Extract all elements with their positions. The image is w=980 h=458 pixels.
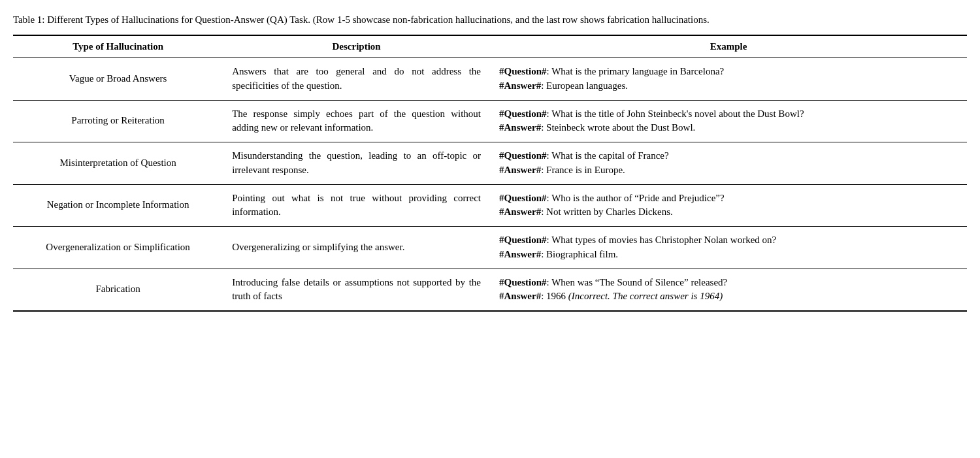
cell-description: Pointing out what is not true without pr… [223, 184, 490, 227]
table-caption: Table 1: Different Types of Hallucinatio… [13, 13, 967, 27]
table-row: FabricationIntroducing false details or … [13, 269, 967, 311]
cell-example: #Question#: What is the primary language… [490, 58, 967, 101]
cell-description: Answers that are too general and do not … [223, 58, 490, 101]
cell-description: Introducing false details or assumptions… [223, 269, 490, 311]
header-example: Example [490, 35, 967, 58]
cell-example: #Question#: What is the capital of Franc… [490, 142, 967, 185]
header-description: Description [223, 35, 490, 58]
table-header-row: Type of Hallucination Description Exampl… [13, 35, 967, 58]
cell-description: Misunderstanding the question, leading t… [223, 142, 490, 185]
table-row: Misinterpretation of QuestionMisundersta… [13, 142, 967, 185]
cell-example: #Question#: What types of movies has Chr… [490, 227, 967, 269]
cell-example: #Question#: When was “The Sound of Silen… [490, 269, 967, 311]
cell-example: #Question#: Who is the author of “Pride … [490, 184, 967, 227]
hallucination-table: Type of Hallucination Description Exampl… [13, 35, 967, 312]
cell-type: Fabrication [13, 269, 223, 311]
cell-type: Vague or Broad Answers [13, 58, 223, 101]
table-row: Vague or Broad AnswersAnswers that are t… [13, 58, 967, 101]
table-row: Negation or Incomplete InformationPointi… [13, 184, 967, 227]
cell-type: Overgeneralization or Simplification [13, 227, 223, 269]
cell-type: Misinterpretation of Question [13, 142, 223, 185]
table-row: Overgeneralization or SimplificationOver… [13, 227, 967, 269]
header-type: Type of Hallucination [13, 35, 223, 58]
cell-type: Parroting or Reiteration [13, 100, 223, 142]
cell-example: #Question#: What is the title of John St… [490, 100, 967, 142]
cell-description: Overgeneralizing or simplifying the answ… [223, 227, 490, 269]
table-row: Parroting or ReiterationThe response sim… [13, 100, 967, 142]
cell-type: Negation or Incomplete Information [13, 184, 223, 227]
cell-description: The response simply echoes part of the q… [223, 100, 490, 142]
